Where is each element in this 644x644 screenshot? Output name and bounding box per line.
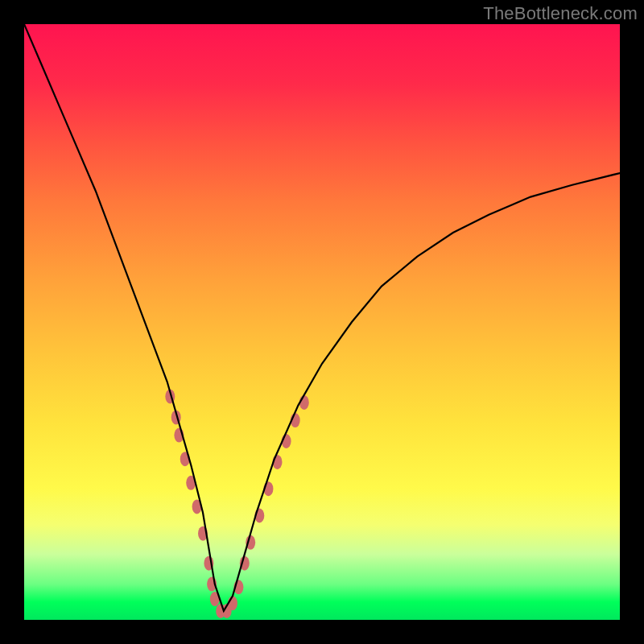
watermark-text: TheBottleneck.com — [483, 3, 638, 24]
bottleneck-curve — [24, 24, 620, 611]
data-markers — [165, 390, 308, 618]
chart-overlay — [24, 24, 620, 620]
plot-area — [24, 24, 620, 620]
chart-stage: TheBottleneck.com — [0, 0, 644, 644]
